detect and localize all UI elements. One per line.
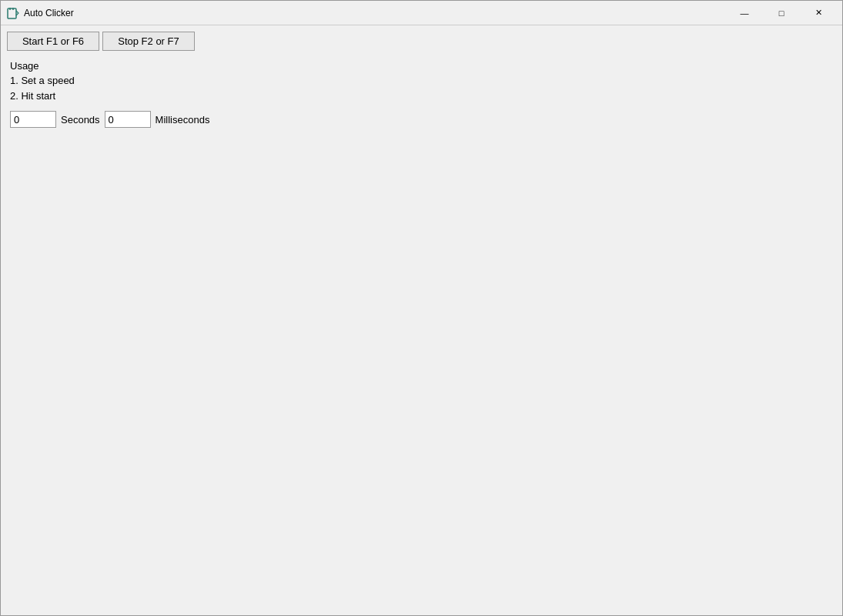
svg-rect-0 (8, 8, 16, 18)
usage-title: Usage (10, 60, 836, 72)
maximize-button[interactable]: □ (764, 1, 799, 25)
usage-section: Usage 1. Set a speed 2. Hit start (10, 60, 836, 103)
milliseconds-label: Milliseconds (156, 114, 210, 126)
start-button[interactable]: Start F1 or F6 (7, 32, 99, 51)
usage-step2: 2. Hit start (10, 89, 836, 104)
close-button[interactable]: ✕ (801, 1, 836, 25)
toolbar: Start F1 or F6 Stop F2 or F7 (7, 32, 836, 51)
usage-step1: 1. Set a speed (10, 73, 836, 89)
milliseconds-input[interactable] (105, 111, 151, 128)
title-bar-controls: — □ ✕ (727, 1, 836, 25)
title-bar-left: Auto Clicker (7, 7, 74, 19)
app-window: Auto Clicker — □ ✕ Start F1 or F6 Stop F… (0, 0, 843, 616)
app-icon (7, 7, 19, 19)
window-title: Auto Clicker (24, 8, 74, 18)
title-bar: Auto Clicker — □ ✕ (1, 1, 842, 25)
minimize-button[interactable]: — (727, 1, 762, 25)
seconds-label: Seconds (61, 114, 100, 126)
speed-row: Seconds Milliseconds (10, 111, 836, 128)
stop-button[interactable]: Stop F2 or F7 (102, 32, 195, 51)
main-content: Start F1 or F6 Stop F2 or F7 Usage 1. Se… (1, 25, 842, 615)
seconds-input[interactable] (10, 111, 56, 128)
